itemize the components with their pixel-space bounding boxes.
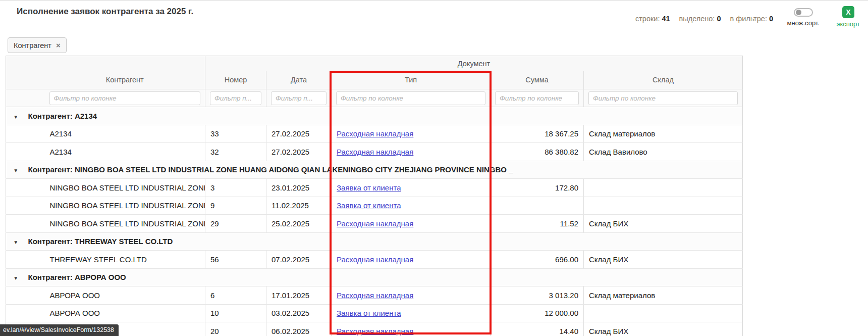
- warehouse-cell: [584, 304, 743, 322]
- filter-input-contragent[interactable]: [49, 91, 201, 105]
- group-row-label: Контрагент: АВРОРА ООО: [26, 268, 743, 286]
- document-link[interactable]: Расходная накладная: [337, 291, 413, 300]
- table-row[interactable]: А21343227.02.2025Расходная накладная86 3…: [6, 143, 743, 161]
- table-row[interactable]: А21343327.02.2025Расходная накладная18 3…: [6, 125, 743, 143]
- row-expand-cell: [6, 197, 26, 215]
- document-link[interactable]: Заявка от клиента: [337, 183, 401, 192]
- table-row[interactable]: NINGBO BOA STEEL LTD INDUSTRIAL ZONE HUA…: [6, 197, 743, 215]
- filter-empty-expand: [6, 89, 26, 107]
- doc-type-cell: Расходная накладная: [332, 251, 491, 269]
- number-cell: 33: [205, 125, 266, 143]
- status-bar-link-preview: ev.lan/#/view/SalesInvoiceForm/132538: [0, 324, 119, 336]
- filter-cell-number: [205, 89, 266, 107]
- row-expand-cell: [6, 179, 26, 197]
- contragent-cell: АВРОРА ООО: [45, 286, 205, 305]
- amount-cell: 12 000.00: [491, 304, 584, 322]
- row-select-cell: [26, 179, 45, 197]
- doc-type-cell: Расходная накладная: [332, 143, 491, 161]
- group-row: ▼Контрагент: NINGBO BOA STEEL LTD INDUST…: [6, 161, 743, 179]
- document-link[interactable]: Расходная накладная: [337, 129, 413, 138]
- multisort-control: множ.сорт.: [787, 8, 820, 27]
- contragent-cell: NINGBO BOA STEEL LTD INDUSTRIAL ZONE HUA…: [45, 179, 205, 197]
- document-link[interactable]: Расходная накладная: [337, 255, 413, 264]
- document-link[interactable]: Расходная накладная: [337, 327, 413, 335]
- row-select-cell: [26, 304, 45, 322]
- row-expand-cell: [6, 304, 26, 322]
- amount-cell: [491, 197, 584, 215]
- table-row[interactable]: АВРОРА ООО1003.02.2025Заявка от клиента1…: [6, 304, 743, 322]
- row-expand-cell: [6, 125, 26, 143]
- document-link[interactable]: Расходная накладная: [337, 148, 413, 156]
- header-select-col: [26, 71, 45, 89]
- number-cell: 10: [205, 304, 266, 322]
- number-cell: 32: [205, 143, 266, 161]
- table-row[interactable]: NINGBO BOA STEEL LTD INDUSTRIAL ZONE HUA…: [6, 179, 743, 197]
- contragent-cell: АВРОРА ООО: [45, 304, 205, 322]
- rows-count-stat: строки:41: [635, 15, 670, 23]
- filter-input-number[interactable]: [210, 91, 261, 105]
- group-expand-cell[interactable]: ▼: [6, 268, 26, 286]
- document-link[interactable]: Заявка от клиента: [337, 201, 401, 210]
- filter-chip-contragent[interactable]: Контрагент ×: [8, 37, 67, 53]
- group-expand-cell[interactable]: ▼: [6, 161, 26, 179]
- header-type[interactable]: Тип: [332, 71, 491, 89]
- header-amount[interactable]: Сумма: [491, 71, 584, 89]
- doc-type-cell: Заявка от клиента: [332, 304, 491, 322]
- export-button[interactable]: X экспорт: [837, 6, 860, 28]
- warehouse-cell: Склад БИХ: [584, 251, 743, 269]
- filter-input-warehouse[interactable]: [588, 91, 738, 105]
- row-select-cell: [26, 251, 45, 269]
- contragent-cell: А2134: [45, 125, 205, 143]
- group-expand-cell[interactable]: ▼: [6, 232, 26, 251]
- row-select-cell: [26, 125, 45, 143]
- column-header-row: Контрагент Номер Дата Тип Сумма Склад: [6, 71, 743, 89]
- multisort-toggle[interactable]: [794, 8, 813, 17]
- collapse-triangle-icon[interactable]: ▼: [13, 114, 18, 120]
- collapse-triangle-icon[interactable]: ▼: [13, 168, 18, 173]
- filter-cell-amount: [491, 89, 584, 107]
- number-cell: 6: [205, 286, 266, 305]
- table-row[interactable]: NINGBO BOA STEEL LTD INDUSTRIAL ZONE HUA…: [6, 215, 743, 233]
- doc-type-cell: Расходная накладная: [332, 286, 491, 305]
- header-number[interactable]: Номер: [205, 71, 266, 89]
- excel-icon[interactable]: X: [842, 6, 854, 18]
- excel-icon-letter: X: [846, 8, 850, 16]
- header-date[interactable]: Дата: [266, 71, 332, 89]
- group-expand-cell[interactable]: ▼: [6, 107, 26, 125]
- document-link[interactable]: Заявка от клиента: [337, 309, 401, 317]
- contragent-cell: NINGBO BOA STEEL LTD INDUSTRIAL ZONE HUA…: [45, 197, 205, 215]
- header-contragent[interactable]: Контрагент: [45, 71, 205, 89]
- chip-close-icon[interactable]: ×: [56, 41, 61, 49]
- rows-count-label: строки:: [635, 15, 660, 23]
- table-row[interactable]: АВРОРА ООО617.01.2025Расходная накладная…: [6, 286, 743, 305]
- date-cell: 11.02.2025: [266, 197, 332, 215]
- filter-chip-label: Контрагент: [14, 41, 51, 50]
- number-cell: 29: [205, 215, 266, 233]
- collapse-triangle-icon[interactable]: ▼: [13, 239, 18, 245]
- date-cell: 03.02.2025: [266, 304, 332, 322]
- date-cell: 23.01.2025: [266, 179, 332, 197]
- amount-cell: 172.80: [491, 179, 584, 197]
- document-link[interactable]: Расходная накладная: [337, 219, 413, 228]
- group-row: ▼Контрагент: АВРОРА ООО: [6, 268, 743, 286]
- row-select-cell: [26, 197, 45, 215]
- data-grid: Документ Контрагент Номер Дата Тип Сумма…: [6, 56, 742, 336]
- amount-cell: 696.00: [491, 251, 584, 269]
- rows-count-value: 41: [662, 15, 670, 23]
- collapse-triangle-icon[interactable]: ▼: [13, 275, 18, 281]
- filter-input-type[interactable]: [336, 91, 485, 105]
- header-warehouse[interactable]: Склад: [584, 71, 743, 89]
- filtered-count-stat: в фильтре:0: [730, 15, 773, 23]
- grid-stats: строки:41 выделено:0 в фильтре:0: [635, 15, 773, 23]
- filter-cell-contragent: [45, 89, 205, 107]
- group-row-label: Контрагент: THREEWAY STEEL CO.LTD: [26, 232, 743, 251]
- filter-input-date[interactable]: [271, 91, 327, 105]
- table-row[interactable]: THREEWAY STEEL CO.LTD5607.02.2025Расходн…: [6, 251, 743, 269]
- number-cell: 20: [205, 322, 266, 336]
- filter-input-amount[interactable]: [495, 91, 579, 105]
- warehouse-cell: [584, 197, 743, 215]
- doc-type-cell: Заявка от клиента: [332, 197, 491, 215]
- row-select-cell: [26, 215, 45, 233]
- doc-type-cell: Расходная накладная: [332, 215, 491, 233]
- date-cell: 27.02.2025: [266, 143, 332, 161]
